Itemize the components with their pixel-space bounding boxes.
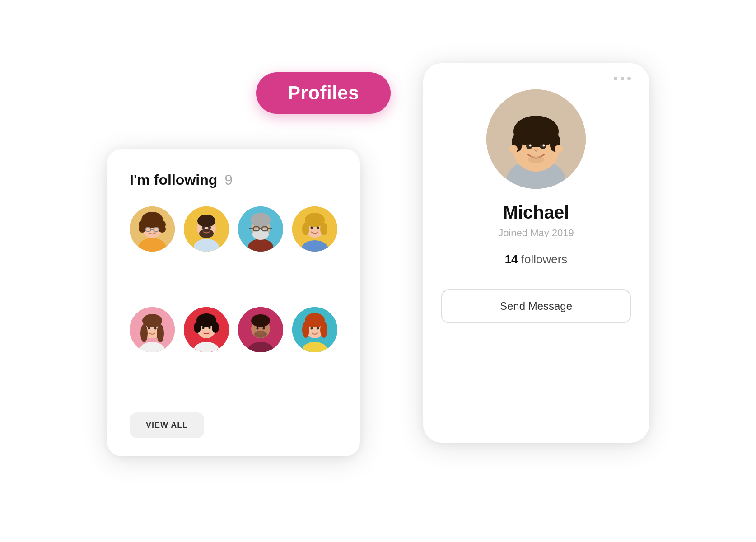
view-all-button[interactable]: VIEW ALL [130,412,204,438]
svg-point-34 [311,227,313,229]
svg-point-40 [140,324,148,342]
svg-point-78 [540,144,546,149]
profile-joined: Joined May 2019 [498,227,574,239]
svg-point-65 [311,327,313,330]
svg-point-33 [320,223,327,235]
svg-point-41 [157,324,164,342]
svg-point-42 [148,327,150,330]
profile-card: Michael Joined May 2019 14 followers Sen… [423,63,649,443]
profile-followers: 14 followers [505,252,568,266]
list-item[interactable] [184,307,229,352]
svg-point-81 [528,156,544,163]
following-header: I'm following 9 [130,172,337,188]
svg-point-76 [555,145,563,153]
followers-label: followers [521,252,568,266]
svg-point-51 [209,327,211,329]
following-title: I'm following [130,172,217,188]
list-item[interactable] [130,206,175,252]
svg-point-14 [197,215,215,227]
following-count: 9 [224,172,233,188]
svg-point-17 [208,226,211,229]
svg-point-58 [263,327,265,330]
svg-point-16 [202,226,205,229]
svg-point-15 [199,229,214,238]
svg-point-55 [251,314,270,327]
followers-count: 14 [505,252,518,266]
profiles-badge: Profiles [256,72,391,114]
svg-point-21 [251,213,271,227]
svg-point-32 [302,223,309,235]
svg-point-6 [139,225,146,233]
list-item[interactable] [130,307,175,352]
avatar [486,89,586,189]
dots-menu[interactable] [441,77,631,80]
svg-point-7 [159,225,166,233]
svg-point-79 [529,145,532,147]
svg-point-48 [194,322,201,333]
avatar-grid [130,206,337,399]
list-item[interactable] [238,206,283,252]
svg-point-63 [302,322,309,338]
list-item[interactable] [292,307,337,352]
svg-point-75 [509,145,518,153]
svg-point-56 [254,331,267,338]
more-options-icon[interactable] [614,77,631,80]
profiles-badge-text: Profiles [288,82,359,104]
svg-point-35 [317,227,319,229]
list-item[interactable] [292,206,337,252]
svg-point-57 [257,327,259,330]
svg-point-66 [317,327,319,330]
following-card: I'm following 9 [107,149,360,456]
svg-point-49 [212,322,219,333]
profile-name: Michael [503,202,569,223]
list-item[interactable] [238,307,283,352]
list-item[interactable] [184,206,229,252]
send-message-button[interactable]: Send Message [441,289,631,323]
svg-point-43 [154,327,157,330]
svg-point-50 [202,327,205,329]
svg-point-64 [320,322,327,338]
svg-point-77 [526,144,532,149]
svg-point-80 [543,145,545,147]
